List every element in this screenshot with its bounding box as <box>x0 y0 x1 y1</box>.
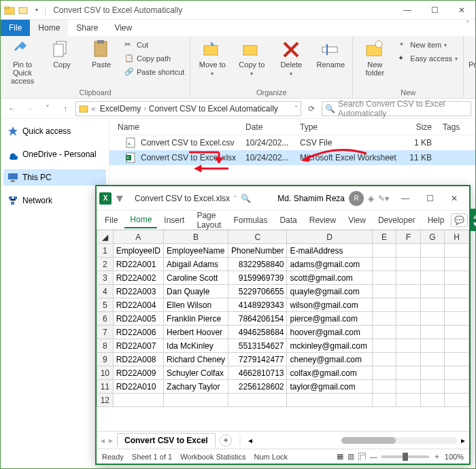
cell[interactable] <box>420 244 445 258</box>
col-header-F[interactable]: F <box>396 230 420 244</box>
excel-tab-formulas[interactable]: Formulas <box>228 213 273 228</box>
cell[interactable]: EmployeeID <box>113 244 163 258</box>
cell[interactable] <box>420 366 445 380</box>
cell[interactable] <box>420 353 445 366</box>
new-folder-button[interactable]: New folder <box>357 39 392 77</box>
excel-tab-file[interactable]: File <box>99 213 123 228</box>
paste-button[interactable]: Paste <box>84 39 119 69</box>
cell[interactable] <box>445 380 469 394</box>
cell[interactable]: pierce@gmail.com <box>287 312 372 326</box>
cell[interactable] <box>372 298 396 312</box>
zoom-slider[interactable] <box>381 455 429 458</box>
cell[interactable] <box>445 285 469 298</box>
cell[interactable] <box>445 258 469 271</box>
cell[interactable] <box>396 339 420 353</box>
excel-tab-pagelayout[interactable]: Page Layout <box>191 208 226 232</box>
col-header-H[interactable]: H <box>445 230 469 244</box>
cell[interactable]: mckinley@gmail.com <box>287 339 372 353</box>
spreadsheet[interactable]: ◢ABCDEFGH1EmployeeIDEmployeeNamePhoneNum… <box>97 230 469 431</box>
copy-button[interactable]: Copy <box>44 39 80 69</box>
cell[interactable] <box>372 312 396 326</box>
share-button[interactable]: 🖉▾ <box>469 209 476 231</box>
col-name[interactable]: Name <box>109 122 245 132</box>
view-break-icon[interactable]: ⿸ <box>358 453 366 461</box>
cell[interactable] <box>287 394 372 407</box>
col-size[interactable]: Size <box>402 122 443 132</box>
qat-open-icon[interactable] <box>17 4 29 16</box>
maximize-button[interactable]: ☐ <box>421 1 448 20</box>
col-tags[interactable]: Tags <box>443 122 475 132</box>
cell[interactable] <box>396 258 420 271</box>
row-header[interactable]: 11 <box>97 380 114 394</box>
cell[interactable]: RD22A003 <box>113 285 163 298</box>
cell[interactable]: adams@gmail.com <box>287 258 372 271</box>
select-all-cell[interactable]: ◢ <box>97 230 114 244</box>
cell[interactable] <box>372 285 396 298</box>
zoom-level[interactable]: 100% <box>445 453 464 461</box>
minimize-button[interactable]: — <box>393 186 418 211</box>
refresh-button[interactable]: ⟳ <box>304 101 319 116</box>
cell[interactable]: 7864206154 <box>228 312 287 326</box>
cell[interactable] <box>372 258 396 271</box>
qat-dropdown-icon[interactable]: ▾ <box>31 4 43 16</box>
cell[interactable]: 4946258684 <box>228 326 287 339</box>
prev-sheet-button[interactable]: ▸ <box>109 436 113 445</box>
ribbon-collapse-icon[interactable]: ˄ <box>460 20 475 36</box>
cell[interactable] <box>396 271 420 285</box>
cell[interactable]: scott@gmail.com <box>287 271 372 285</box>
close-button[interactable]: ✕ <box>442 186 466 211</box>
cell[interactable] <box>372 326 396 339</box>
cell[interactable] <box>445 394 469 407</box>
nav-this-pc[interactable]: This PC <box>3 169 106 186</box>
scroll-right-button[interactable]: ▸ <box>461 436 465 445</box>
cell[interactable] <box>396 366 420 380</box>
row-header[interactable]: 5 <box>97 298 114 312</box>
cell[interactable] <box>396 394 420 407</box>
sheet-tab[interactable]: Convert CSV to Excel <box>117 433 216 447</box>
cell[interactable] <box>445 312 469 326</box>
cell[interactable]: PhoneNumber <box>228 244 287 258</box>
scroll-left-button[interactable]: ◂ <box>248 436 252 445</box>
col-header-A[interactable]: A <box>113 230 163 244</box>
first-sheet-button[interactable]: ◂ <box>101 436 105 445</box>
diamond-icon[interactable]: ◈ <box>368 194 374 203</box>
file-row[interactable]: a, Convert CSV to Excel.csv 10/24/202...… <box>109 135 475 150</box>
search-input[interactable]: 🔍 Search Convert CSV to Excel Automatica… <box>322 101 471 116</box>
cell[interactable]: RD22A008 <box>113 353 163 366</box>
cell[interactable]: 9159969739 <box>228 271 287 285</box>
maximize-button[interactable]: ☐ <box>418 186 442 211</box>
copy-to-button[interactable]: Copy to▾ <box>234 39 269 78</box>
cell[interactable] <box>445 366 469 380</box>
cell[interactable]: Zachary Taylor <box>164 380 228 394</box>
cell[interactable] <box>420 298 445 312</box>
cell[interactable] <box>445 271 469 285</box>
cell[interactable]: RD22A010 <box>113 380 163 394</box>
cell[interactable] <box>420 394 445 407</box>
nav-onedrive[interactable]: OneDrive - Personal <box>3 146 106 162</box>
cell[interactable] <box>420 285 445 298</box>
cell[interactable]: cheney@gmail.com <box>287 353 372 366</box>
cell[interactable] <box>396 298 420 312</box>
row-header[interactable]: 1 <box>97 244 114 258</box>
cell[interactable]: RD22A005 <box>113 312 163 326</box>
excel-tab-review[interactable]: Review <box>304 213 341 228</box>
delete-button[interactable]: Delete▾ <box>273 39 309 78</box>
nav-quick-access[interactable]: Quick access <box>3 123 106 139</box>
hscrollbar[interactable] <box>341 437 457 444</box>
excel-tab-developer[interactable]: Developer <box>373 213 421 228</box>
row-header[interactable]: 2 <box>97 258 114 271</box>
cell[interactable]: 7279142477 <box>228 353 287 366</box>
cell[interactable] <box>113 394 163 407</box>
cell[interactable] <box>396 326 420 339</box>
cell[interactable] <box>164 394 228 407</box>
new-item-button[interactable]: ＊New item▾ <box>396 39 459 51</box>
cell[interactable]: EmployeeName <box>164 244 228 258</box>
properties-button[interactable]: Properties▾ <box>468 39 476 78</box>
zoom-out-button[interactable]: — <box>370 453 377 461</box>
qat-dropdown-icon[interactable]: ⯆ <box>116 194 124 203</box>
row-header[interactable]: 12 <box>97 394 114 407</box>
row-header[interactable]: 7 <box>97 326 114 339</box>
cell[interactable]: RD22A007 <box>113 339 163 353</box>
paste-shortcut-button[interactable]: 🔗Paste shortcut <box>123 66 186 78</box>
cell[interactable]: Herbert Hoover <box>164 326 228 339</box>
